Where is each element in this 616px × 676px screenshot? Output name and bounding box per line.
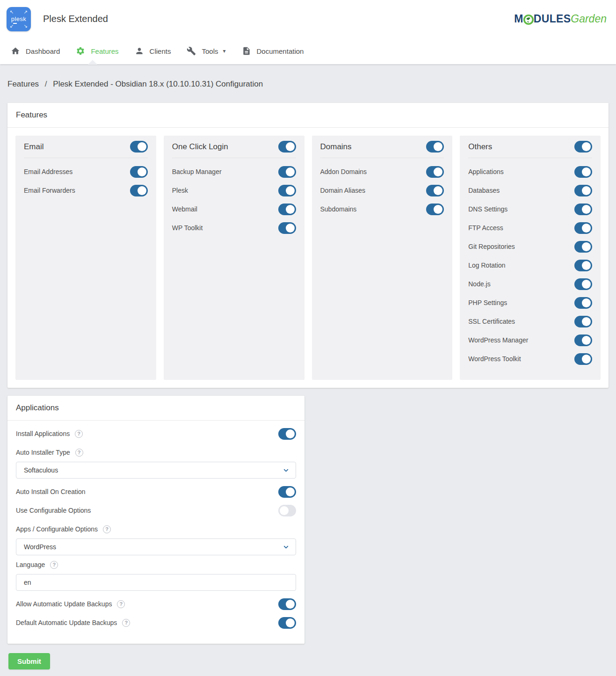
nav-item-clients[interactable]: Clients	[127, 38, 179, 64]
feature-toggle[interactable]	[426, 166, 444, 178]
toggle-knob	[286, 205, 295, 214]
toggle-knob	[286, 429, 295, 438]
setting-input[interactable]	[16, 574, 296, 591]
toggle-knob	[286, 224, 295, 233]
setting-select[interactable]: WordPress	[16, 538, 296, 555]
feature-group: One Click LoginBackup ManagerPleskWebmai…	[164, 136, 304, 380]
feature-group-toggle[interactable]	[278, 141, 296, 153]
feature-group-toggle[interactable]	[574, 141, 592, 153]
toggle-knob	[582, 205, 591, 214]
setting-row: Install Applications?	[16, 424, 296, 443]
feature-toggle[interactable]	[130, 166, 148, 178]
feature-row: Node.js	[468, 275, 592, 293]
feature-group: EmailEmail AddressesEmail Forwarders	[15, 136, 156, 380]
setting-toggle[interactable]	[278, 505, 296, 516]
feature-toggle[interactable]	[574, 204, 592, 215]
setting-row: Allow Automatic Update Backups?	[16, 595, 296, 613]
toggle-knob	[582, 298, 591, 307]
setting-toggle[interactable]	[278, 486, 296, 498]
nav-item-documentation[interactable]: Documentation	[234, 38, 312, 64]
feature-toggle[interactable]	[278, 166, 296, 178]
feature-groups: EmailEmail AddressesEmail ForwardersOne …	[7, 128, 609, 388]
feature-row: Git Repositories	[468, 237, 592, 256]
setting-label-wrap: Apps / Configurable Options?	[16, 524, 296, 534]
feature-label: Backup Manager	[172, 168, 222, 175]
feature-toggle[interactable]	[574, 316, 592, 327]
top-bar: ↖ ↗ ↙ ↘ plesk Plesk Extended M DULES Gar…	[0, 0, 616, 38]
toggle-knob	[286, 142, 295, 151]
feature-group-rows: ApplicationsDatabasesDNS SettingsFTP Acc…	[468, 158, 592, 380]
help-icon[interactable]: ?	[117, 600, 125, 608]
feature-toggle[interactable]	[574, 278, 592, 290]
feature-group-toggle[interactable]	[426, 141, 444, 153]
toggle-knob	[138, 186, 146, 195]
toggle-knob	[280, 506, 289, 515]
breadcrumb-separator: /	[45, 80, 47, 88]
feature-row: Plesk	[172, 181, 296, 200]
feature-group-title: One Click Login	[172, 142, 228, 152]
gear-icon	[76, 46, 85, 56]
modulesgarden-logo-m: M	[514, 13, 523, 25]
feature-label: Applications	[468, 168, 504, 175]
feature-label: Email Addresses	[24, 168, 72, 175]
document-icon	[242, 46, 251, 56]
feature-group-rows: Addon DomainsDomain AliasesSubdomains	[320, 158, 444, 230]
expand-arrow-icon: ↘	[24, 24, 28, 29]
help-icon[interactable]: ?	[103, 525, 111, 533]
nav-label: Features	[91, 47, 118, 55]
toggle-knob	[582, 355, 591, 363]
features-card-title: Features	[7, 103, 609, 128]
feature-row: WordPress Toolkit	[468, 349, 592, 368]
feature-toggle[interactable]	[574, 297, 592, 309]
toggle-knob	[286, 487, 295, 496]
feature-toggle[interactable]	[426, 204, 444, 215]
feature-toggle[interactable]	[574, 334, 592, 346]
setting-label-wrap: Default Automatic Update Backups?	[16, 619, 130, 627]
feature-toggle[interactable]	[426, 185, 444, 196]
feature-group-toggle[interactable]	[130, 141, 148, 153]
feature-toggle[interactable]	[574, 241, 592, 253]
feature-label: Email Forwarders	[24, 187, 75, 194]
help-icon[interactable]: ?	[50, 561, 58, 569]
setting-toggle[interactable]	[278, 428, 296, 440]
feature-label: Subdomains	[320, 205, 357, 213]
toggle-knob	[582, 317, 591, 326]
setting-label-wrap: Language?	[16, 560, 296, 570]
setting-toggle[interactable]	[278, 617, 296, 629]
applications-card: Applications Install Applications?Auto I…	[7, 396, 304, 644]
feature-label: Webmail	[172, 205, 197, 213]
feature-label: WordPress Toolkit	[468, 355, 521, 363]
feature-row: Addon Domains	[320, 162, 444, 181]
feature-label: Git Repositories	[468, 243, 515, 250]
feature-toggle[interactable]	[130, 185, 148, 196]
nav-item-tools[interactable]: Tools ▾	[179, 38, 233, 64]
feature-toggle[interactable]	[574, 260, 592, 271]
toggle-knob	[286, 600, 295, 609]
setting-select[interactable]: Softaculous	[16, 462, 296, 479]
feature-toggle[interactable]	[574, 222, 592, 234]
feature-group: OthersApplicationsDatabasesDNS SettingsF…	[460, 136, 601, 380]
toggle-knob	[286, 618, 295, 627]
modulesgarden-logo-garden: Garden	[571, 13, 607, 25]
feature-label: Node.js	[468, 280, 490, 288]
setting-label: Default Automatic Update Backups	[16, 619, 117, 626]
help-icon[interactable]: ?	[122, 619, 130, 627]
feature-row: Backup Manager	[172, 162, 296, 181]
feature-row: WP Toolkit	[172, 218, 296, 237]
feature-toggle[interactable]	[278, 185, 296, 196]
nav-item-dashboard[interactable]: Dashboard	[3, 38, 68, 64]
feature-toggle[interactable]	[574, 185, 592, 196]
feature-toggle[interactable]	[574, 353, 592, 365]
setting-toggle[interactable]	[278, 598, 296, 610]
submit-button[interactable]: Submit	[8, 653, 50, 669]
feature-toggle[interactable]	[574, 166, 592, 178]
toggle-knob	[582, 186, 591, 195]
feature-toggle[interactable]	[278, 222, 296, 234]
feature-group-rows: Email AddressesEmail Forwarders	[24, 158, 148, 211]
help-icon[interactable]: ?	[75, 430, 83, 438]
feature-row: Domain Aliases	[320, 181, 444, 200]
toggle-knob	[138, 167, 146, 176]
help-icon[interactable]: ?	[75, 449, 83, 457]
breadcrumb-link-features[interactable]: Features	[7, 80, 39, 88]
feature-toggle[interactable]	[278, 204, 296, 215]
